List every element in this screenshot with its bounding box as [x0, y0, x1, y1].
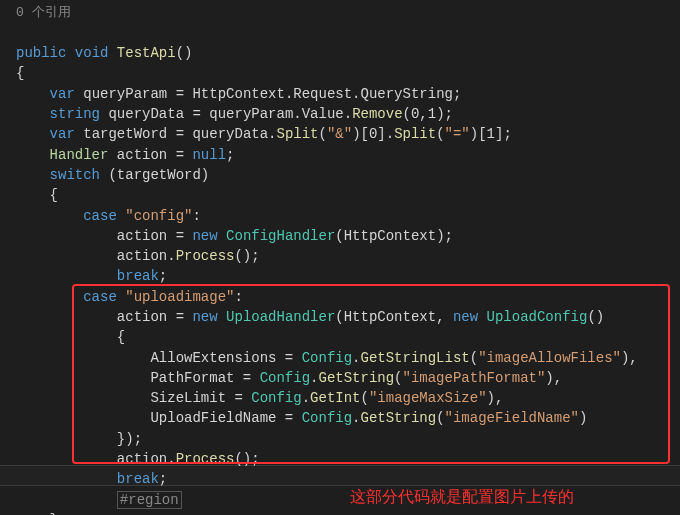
brace-open: { — [16, 65, 24, 81]
parens: () — [176, 45, 193, 61]
eq: = — [167, 228, 192, 244]
HttpContext: HttpContext — [192, 86, 284, 102]
args: () — [587, 309, 604, 325]
dot: . — [352, 86, 360, 102]
eq: = — [276, 350, 301, 366]
codelens-references[interactable]: 0 个引用 — [6, 4, 674, 23]
paren: ), — [621, 350, 638, 366]
str-eq: "=" — [445, 126, 470, 142]
Config: Config — [302, 350, 352, 366]
semi: ; — [159, 471, 167, 487]
annotation-text: 这部分代码就是配置图片上传的 — [350, 485, 574, 508]
args: (); — [234, 248, 259, 264]
str-imageFieldName: "imageFieldName" — [445, 410, 579, 426]
switch-expr: (targetWord) — [100, 167, 209, 183]
brace-open: { — [50, 187, 58, 203]
paren: ( — [470, 350, 478, 366]
eq: = — [234, 370, 259, 386]
kw-break: break — [117, 471, 159, 487]
semi: ; — [226, 147, 234, 163]
Remove: Remove — [352, 106, 402, 122]
args: (0,1); — [403, 106, 453, 122]
type-ConfigHandler: ConfigHandler — [226, 228, 335, 244]
kw-string: string — [50, 106, 100, 122]
str-amp: "&" — [327, 126, 352, 142]
prop-SizeLimit: SizeLimit — [150, 390, 226, 406]
Config: Config — [260, 370, 310, 386]
kw-public: public — [16, 45, 66, 61]
paren: ( — [436, 126, 444, 142]
type-Handler: Handler — [50, 147, 109, 163]
prop-AllowExtensions: AllowExtensions — [150, 350, 276, 366]
colon: : — [234, 289, 242, 305]
str-imageMaxSize: "imageMaxSize" — [369, 390, 487, 406]
close: }); — [117, 431, 142, 447]
kw-var: var — [50, 126, 75, 142]
colon: : — [192, 208, 200, 224]
Config: Config — [251, 390, 301, 406]
Request: Request — [293, 86, 352, 102]
idx: [1]; — [478, 126, 512, 142]
paren: ), — [545, 370, 562, 386]
eq: = — [167, 126, 192, 142]
kw-case: case — [83, 289, 117, 305]
Split: Split — [394, 126, 436, 142]
GetString: GetString — [361, 410, 437, 426]
str-uploadimage: "uploadimage" — [125, 289, 234, 305]
eq: = — [184, 106, 209, 122]
var-targetWord: targetWord — [83, 126, 167, 142]
action: action. — [117, 248, 176, 264]
kw-new: new — [192, 228, 217, 244]
action: action — [117, 309, 167, 325]
args: (HttpContext, — [335, 309, 453, 325]
action: action. — [117, 451, 176, 467]
paren: ) — [470, 126, 478, 142]
Split: Split — [276, 126, 318, 142]
paren: ( — [436, 410, 444, 426]
action: action — [117, 228, 167, 244]
GetInt: GetInt — [310, 390, 360, 406]
prop-PathFormat: PathFormat — [150, 370, 234, 386]
str-config: "config" — [125, 208, 192, 224]
QueryString: QueryString — [361, 86, 453, 102]
eq: = — [167, 86, 192, 102]
var-action: action — [117, 147, 167, 163]
dot: . — [344, 106, 352, 122]
idx: [0]. — [361, 126, 395, 142]
method-name: TestApi — [117, 45, 176, 61]
kw-var: var — [50, 86, 75, 102]
type-UploadConfig: UploadConfig — [487, 309, 588, 325]
paren: ), — [487, 390, 504, 406]
kw-case: case — [83, 208, 117, 224]
eq: = — [276, 410, 301, 426]
eq: = — [167, 147, 192, 163]
paren: ( — [394, 370, 402, 386]
type-UploadHandler: UploadHandler — [226, 309, 335, 325]
code-block: public void TestApi() { var queryParam =… — [6, 23, 674, 515]
Process: Process — [176, 248, 235, 264]
dot: . — [352, 350, 360, 366]
kw-new: new — [192, 309, 217, 325]
kw-void: void — [75, 45, 109, 61]
kw-null: null — [192, 147, 226, 163]
paren: ) — [352, 126, 360, 142]
eq: = — [167, 309, 192, 325]
dot: . — [352, 410, 360, 426]
GetString: GetString — [318, 370, 394, 386]
prop: queryParam. — [209, 106, 301, 122]
semi: ; — [159, 268, 167, 284]
GetStringList: GetStringList — [361, 350, 470, 366]
var-queryParam: queryParam — [83, 86, 167, 102]
args: (HttpContext); — [335, 228, 453, 244]
Value: Value — [302, 106, 344, 122]
Process: Process — [176, 451, 235, 467]
str-imagePathFormat: "imagePathFormat" — [403, 370, 546, 386]
args: (); — [234, 451, 259, 467]
region-folded[interactable]: #region — [117, 491, 182, 509]
semi: ; — [453, 86, 461, 102]
Config: Config — [302, 410, 352, 426]
prop: queryData. — [192, 126, 276, 142]
paren: ) — [579, 410, 587, 426]
str-imageAllowFiles: "imageAllowFiles" — [478, 350, 621, 366]
kw-switch: switch — [50, 167, 100, 183]
